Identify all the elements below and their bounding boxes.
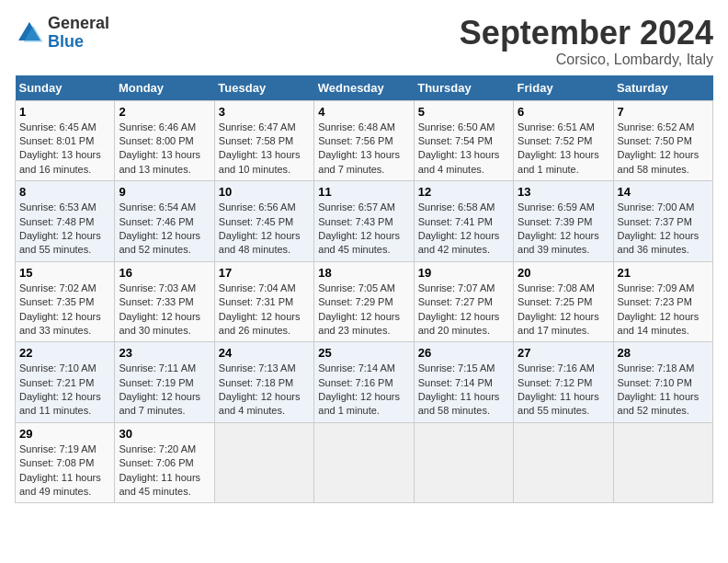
day-cell-20: 20Sunrise: 7:08 AM Sunset: 7:25 PM Dayli… bbox=[514, 261, 613, 342]
day-cell-14: 14Sunrise: 7:00 AM Sunset: 7:37 PM Dayli… bbox=[613, 181, 712, 262]
logo-general-text: General bbox=[48, 14, 109, 32]
day-info: Sunrise: 6:50 AM Sunset: 7:54 PM Dayligh… bbox=[418, 121, 509, 178]
day-number: 28 bbox=[618, 346, 709, 360]
day-info: Sunrise: 7:07 AM Sunset: 7:27 PM Dayligh… bbox=[418, 282, 509, 339]
day-info: Sunrise: 7:16 AM Sunset: 7:12 PM Dayligh… bbox=[518, 362, 609, 419]
day-cell-29: 29Sunrise: 7:19 AM Sunset: 7:08 PM Dayli… bbox=[16, 422, 115, 503]
day-number: 4 bbox=[318, 105, 409, 119]
day-info: Sunrise: 6:47 AM Sunset: 7:58 PM Dayligh… bbox=[219, 121, 310, 178]
day-cell-4: 4Sunrise: 6:48 AM Sunset: 7:56 PM Daylig… bbox=[314, 100, 414, 181]
day-number: 15 bbox=[19, 266, 110, 280]
day-cell-18: 18Sunrise: 7:05 AM Sunset: 7:29 PM Dayli… bbox=[314, 261, 414, 342]
day-number: 11 bbox=[318, 185, 409, 199]
empty-cell bbox=[514, 422, 613, 503]
logo-blue-text: Blue bbox=[48, 32, 84, 51]
day-cell-6: 6Sunrise: 6:51 AM Sunset: 7:52 PM Daylig… bbox=[514, 100, 613, 181]
day-info: Sunrise: 6:45 AM Sunset: 8:01 PM Dayligh… bbox=[19, 121, 110, 178]
day-cell-9: 9Sunrise: 6:54 AM Sunset: 7:46 PM Daylig… bbox=[115, 181, 214, 262]
location: Corsico, Lombardy, Italy bbox=[460, 52, 713, 68]
day-number: 5 bbox=[418, 105, 509, 119]
day-cell-17: 17Sunrise: 7:04 AM Sunset: 7:31 PM Dayli… bbox=[214, 261, 313, 342]
day-number: 17 bbox=[219, 266, 310, 280]
page-header: General Blue September 2024 Corsico, Lom… bbox=[15, 15, 713, 68]
day-info: Sunrise: 6:58 AM Sunset: 7:41 PM Dayligh… bbox=[418, 201, 509, 258]
day-info: Sunrise: 7:10 AM Sunset: 7:21 PM Dayligh… bbox=[19, 362, 110, 419]
day-number: 30 bbox=[119, 427, 210, 441]
col-header-monday: Monday bbox=[115, 75, 214, 101]
week-row-2: 15Sunrise: 7:02 AM Sunset: 7:35 PM Dayli… bbox=[16, 261, 713, 342]
day-info: Sunrise: 7:03 AM Sunset: 7:33 PM Dayligh… bbox=[119, 282, 210, 339]
day-cell-30: 30Sunrise: 7:20 AM Sunset: 7:06 PM Dayli… bbox=[115, 422, 214, 503]
col-header-saturday: Saturday bbox=[613, 75, 712, 101]
logo: General Blue bbox=[15, 15, 109, 52]
day-cell-22: 22Sunrise: 7:10 AM Sunset: 7:21 PM Dayli… bbox=[16, 342, 115, 423]
day-number: 14 bbox=[618, 185, 709, 199]
week-row-4: 29Sunrise: 7:19 AM Sunset: 7:08 PM Dayli… bbox=[16, 422, 713, 503]
day-info: Sunrise: 7:19 AM Sunset: 7:08 PM Dayligh… bbox=[19, 442, 110, 500]
day-cell-28: 28Sunrise: 7:18 AM Sunset: 7:10 PM Dayli… bbox=[613, 342, 712, 423]
day-cell-1: 1Sunrise: 6:45 AM Sunset: 8:01 PM Daylig… bbox=[16, 100, 115, 181]
day-info: Sunrise: 7:05 AM Sunset: 7:29 PM Dayligh… bbox=[318, 282, 409, 339]
day-number: 10 bbox=[219, 185, 310, 199]
logo-icon bbox=[15, 18, 44, 48]
day-info: Sunrise: 7:11 AM Sunset: 7:19 PM Dayligh… bbox=[119, 362, 210, 419]
month-title: September 2024 bbox=[460, 15, 713, 52]
day-number: 22 bbox=[19, 346, 110, 360]
day-info: Sunrise: 6:54 AM Sunset: 7:46 PM Dayligh… bbox=[119, 201, 210, 258]
day-cell-2: 2Sunrise: 6:46 AM Sunset: 8:00 PM Daylig… bbox=[115, 100, 214, 181]
day-info: Sunrise: 7:20 AM Sunset: 7:06 PM Dayligh… bbox=[119, 442, 210, 500]
col-header-thursday: Thursday bbox=[414, 75, 513, 101]
day-number: 1 bbox=[19, 105, 110, 119]
calendar-header-row: SundayMondayTuesdayWednesdayThursdayFrid… bbox=[16, 75, 713, 101]
day-cell-25: 25Sunrise: 7:14 AM Sunset: 7:16 PM Dayli… bbox=[314, 342, 414, 423]
day-info: Sunrise: 6:56 AM Sunset: 7:45 PM Dayligh… bbox=[219, 201, 310, 258]
day-cell-27: 27Sunrise: 7:16 AM Sunset: 7:12 PM Dayli… bbox=[514, 342, 613, 423]
day-number: 20 bbox=[518, 266, 609, 280]
empty-cell bbox=[613, 422, 712, 503]
week-row-0: 1Sunrise: 6:45 AM Sunset: 8:01 PM Daylig… bbox=[16, 100, 713, 181]
day-cell-12: 12Sunrise: 6:58 AM Sunset: 7:41 PM Dayli… bbox=[414, 181, 513, 262]
day-info: Sunrise: 6:59 AM Sunset: 7:39 PM Dayligh… bbox=[518, 201, 609, 258]
day-cell-26: 26Sunrise: 7:15 AM Sunset: 7:14 PM Dayli… bbox=[414, 342, 513, 423]
week-row-3: 22Sunrise: 7:10 AM Sunset: 7:21 PM Dayli… bbox=[16, 342, 713, 423]
day-cell-23: 23Sunrise: 7:11 AM Sunset: 7:19 PM Dayli… bbox=[115, 342, 214, 423]
day-number: 12 bbox=[418, 185, 509, 199]
day-number: 7 bbox=[618, 105, 709, 119]
day-cell-15: 15Sunrise: 7:02 AM Sunset: 7:35 PM Dayli… bbox=[16, 261, 115, 342]
day-info: Sunrise: 7:13 AM Sunset: 7:18 PM Dayligh… bbox=[219, 362, 310, 419]
day-cell-10: 10Sunrise: 6:56 AM Sunset: 7:45 PM Dayli… bbox=[214, 181, 313, 262]
day-number: 2 bbox=[119, 105, 210, 119]
day-number: 6 bbox=[518, 105, 609, 119]
col-header-wednesday: Wednesday bbox=[314, 75, 414, 101]
day-info: Sunrise: 7:15 AM Sunset: 7:14 PM Dayligh… bbox=[418, 362, 509, 419]
day-cell-11: 11Sunrise: 6:57 AM Sunset: 7:43 PM Dayli… bbox=[314, 181, 414, 262]
day-number: 9 bbox=[119, 185, 210, 199]
day-number: 18 bbox=[318, 266, 409, 280]
day-info: Sunrise: 6:57 AM Sunset: 7:43 PM Dayligh… bbox=[318, 201, 409, 258]
day-info: Sunrise: 7:04 AM Sunset: 7:31 PM Dayligh… bbox=[219, 282, 310, 339]
day-info: Sunrise: 6:53 AM Sunset: 7:48 PM Dayligh… bbox=[19, 201, 110, 258]
empty-cell bbox=[414, 422, 513, 503]
day-cell-8: 8Sunrise: 6:53 AM Sunset: 7:48 PM Daylig… bbox=[16, 181, 115, 262]
col-header-friday: Friday bbox=[514, 75, 613, 101]
day-info: Sunrise: 6:51 AM Sunset: 7:52 PM Dayligh… bbox=[518, 121, 609, 178]
day-number: 29 bbox=[19, 427, 110, 441]
day-info: Sunrise: 7:00 AM Sunset: 7:37 PM Dayligh… bbox=[618, 201, 709, 258]
day-number: 16 bbox=[119, 266, 210, 280]
day-number: 8 bbox=[19, 185, 110, 199]
day-info: Sunrise: 7:08 AM Sunset: 7:25 PM Dayligh… bbox=[518, 282, 609, 339]
col-header-tuesday: Tuesday bbox=[214, 75, 313, 101]
day-info: Sunrise: 6:52 AM Sunset: 7:50 PM Dayligh… bbox=[618, 121, 709, 178]
day-number: 23 bbox=[119, 346, 210, 360]
week-row-1: 8Sunrise: 6:53 AM Sunset: 7:48 PM Daylig… bbox=[16, 181, 713, 262]
day-number: 13 bbox=[518, 185, 609, 199]
empty-cell bbox=[314, 422, 414, 503]
day-info: Sunrise: 6:48 AM Sunset: 7:56 PM Dayligh… bbox=[318, 121, 409, 178]
calendar-table: SundayMondayTuesdayWednesdayThursdayFrid… bbox=[15, 75, 713, 504]
day-info: Sunrise: 7:18 AM Sunset: 7:10 PM Dayligh… bbox=[618, 362, 709, 419]
day-cell-13: 13Sunrise: 6:59 AM Sunset: 7:39 PM Dayli… bbox=[514, 181, 613, 262]
day-number: 3 bbox=[219, 105, 310, 119]
empty-cell bbox=[214, 422, 313, 503]
day-number: 25 bbox=[318, 346, 409, 360]
day-cell-24: 24Sunrise: 7:13 AM Sunset: 7:18 PM Dayli… bbox=[214, 342, 313, 423]
